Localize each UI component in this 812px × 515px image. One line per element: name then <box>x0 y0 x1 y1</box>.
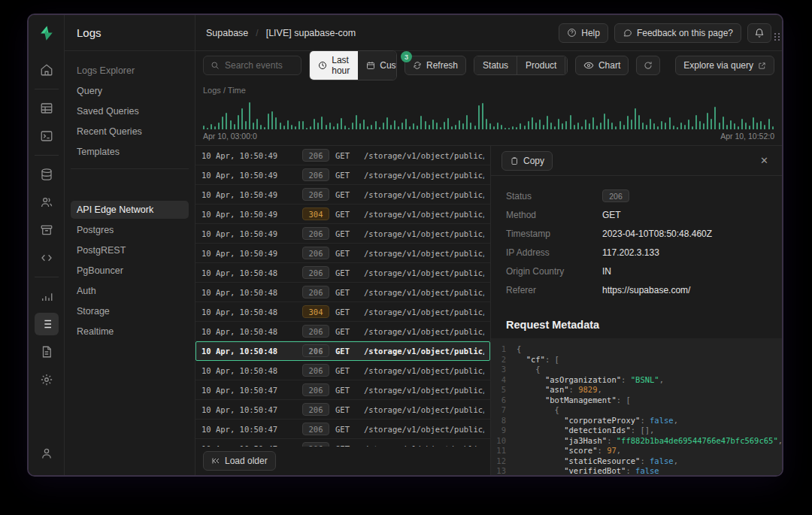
chart-bar <box>760 121 762 129</box>
chart-bar <box>550 123 552 129</box>
nav-item-postgres[interactable]: Postgres <box>71 221 189 239</box>
nav-item-pgbouncer[interactable]: PgBouncer <box>71 262 189 280</box>
supabase-logo[interactable] <box>29 15 65 51</box>
custom-range-button[interactable]: Custom <box>358 51 397 80</box>
chart-bar <box>429 125 430 129</box>
line-number: 9 <box>491 426 517 436</box>
code-token: { <box>517 405 559 414</box>
table-row[interactable]: 10 Apr, 10:50:49304GET/storage/v1/object… <box>195 204 490 224</box>
nav-item-realtime[interactable]: Realtime <box>71 323 189 341</box>
chart-bar <box>326 125 327 129</box>
sql-editor-icon[interactable] <box>35 125 59 147</box>
table-editor-icon[interactable] <box>35 97 59 120</box>
copy-button[interactable]: Copy <box>501 151 553 171</box>
chart-bar <box>577 123 579 129</box>
chart-bar <box>333 126 335 129</box>
logs-icon[interactable] <box>35 313 59 335</box>
filter-method-button[interactable]: Method <box>565 56 567 74</box>
axis-end-label: Apr 10, 10:52:0 <box>720 132 774 141</box>
chart-bar <box>596 126 598 129</box>
nav-item-recent-queries[interactable]: Recent Queries <box>71 123 189 141</box>
rail-divider <box>35 277 59 277</box>
table-row[interactable]: 10 Apr, 10:50:47206GET/storage/v1/object… <box>195 400 490 420</box>
filter-product-button[interactable]: Product <box>517 56 565 74</box>
nav-item-storage[interactable]: Storage <box>71 302 189 320</box>
code-token: { <box>517 365 541 374</box>
code-token <box>517 456 564 465</box>
table-row[interactable]: 10 Apr, 10:50:47206GET/storage/v1/object… <box>195 439 490 447</box>
chart-bar <box>650 119 651 129</box>
breadcrumb-org[interactable]: Supabase <box>206 28 248 38</box>
chart-bar <box>359 123 361 129</box>
chart-bar <box>230 120 232 129</box>
nav-item-api-edge-network[interactable]: API Edge Network <box>71 201 189 219</box>
nav-item-postgrest[interactable]: PostgREST <box>71 241 189 259</box>
feedback-button[interactable]: Feedback on this page? <box>614 23 741 43</box>
nav-item-logs-explorer[interactable]: Logs Explorer <box>71 62 189 80</box>
last-hour-button[interactable]: Last hour <box>310 51 358 80</box>
table-row[interactable]: 10 Apr, 10:50:48206GET/storage/v1/object… <box>195 283 490 302</box>
detail-field-value: IN <box>602 266 611 277</box>
table-row[interactable]: 10 Apr, 10:50:48206GET/storage/v1/object… <box>195 341 490 361</box>
nav-sources-group: API Edge NetworkPostgresPostgRESTPgBounc… <box>71 201 189 341</box>
chart-bar <box>344 126 346 129</box>
log-path: /storage/v1/object/public/videos/docs/fa… <box>364 405 484 414</box>
table-row[interactable]: 10 Apr, 10:50:48206GET/storage/v1/object… <box>195 361 490 380</box>
home-icon[interactable] <box>35 59 59 81</box>
table-row[interactable]: 10 Apr, 10:50:48206GET/storage/v1/object… <box>195 322 490 341</box>
chart-toggle-button[interactable]: Chart <box>575 56 629 75</box>
code-line: 8 "corporateProxy": false, <box>491 416 782 426</box>
chart-bar <box>726 125 728 129</box>
auth-users-icon[interactable] <box>35 191 59 214</box>
reports-icon[interactable] <box>35 285 59 307</box>
chart-bar <box>734 123 735 129</box>
line-number: 5 <box>491 385 517 395</box>
table-row[interactable]: 10 Apr, 10:50:49206GET/storage/v1/object… <box>195 146 490 165</box>
nav-item-auth[interactable]: Auth <box>71 282 189 300</box>
chart-bar <box>390 125 392 129</box>
log-path: /storage/v1/object/public/videos/docs/du… <box>364 386 484 395</box>
chart-bar <box>642 123 644 129</box>
table-row[interactable]: 10 Apr, 10:50:49206GET/storage/v1/object… <box>195 224 490 244</box>
nav-item-query[interactable]: Query <box>71 82 189 100</box>
line-number: 4 <box>491 375 517 386</box>
load-older-button[interactable]: Load older <box>203 451 276 471</box>
help-button[interactable]: Help <box>559 23 608 43</box>
search-events-box[interactable] <box>203 56 301 75</box>
nav-item-saved-queries[interactable]: Saved Queries <box>71 102 189 120</box>
chart-bar <box>264 127 265 129</box>
log-table-column: 10 Apr, 10:50:49206GET/storage/v1/object… <box>195 146 490 475</box>
window-drag-handle[interactable] <box>774 33 782 41</box>
code-token: false <box>650 416 674 425</box>
table-row[interactable]: 10 Apr, 10:50:47206GET/storage/v1/object… <box>195 420 490 439</box>
notifications-bell-button[interactable] <box>747 23 771 43</box>
table-row[interactable]: 10 Apr, 10:50:49206GET/storage/v1/object… <box>195 165 490 185</box>
settings-gear-icon[interactable] <box>35 368 59 391</box>
nav-item-templates[interactable]: Templates <box>71 143 189 161</box>
cycle-button[interactable] <box>636 56 660 75</box>
docs-icon[interactable] <box>35 341 59 363</box>
storage-icon[interactable] <box>35 219 59 241</box>
rail-divider <box>35 155 59 156</box>
table-row[interactable]: 10 Apr, 10:50:48304GET/storage/v1/object… <box>195 302 490 322</box>
table-row[interactable]: 10 Apr, 10:50:49206GET/storage/v1/object… <box>195 244 490 263</box>
breadcrumb-project[interactable]: [LIVE] supabase-com <box>266 28 356 38</box>
filter-status-button[interactable]: Status <box>474 56 517 74</box>
chart-bar <box>627 116 629 129</box>
search-input[interactable] <box>225 60 294 71</box>
table-row[interactable]: 10 Apr, 10:50:48206GET/storage/v1/object… <box>195 263 490 283</box>
close-icon[interactable]: ✕ <box>757 152 771 169</box>
database-icon[interactable] <box>35 163 59 186</box>
code-token: : <box>621 375 631 384</box>
explore-via-query-button[interactable]: Explore via query <box>675 56 774 75</box>
account-icon[interactable] <box>35 442 59 465</box>
edge-functions-icon[interactable] <box>35 247 59 269</box>
table-row[interactable]: 10 Apr, 10:50:47206GET/storage/v1/object… <box>195 380 490 400</box>
code-token: "BSNL" <box>631 375 659 384</box>
log-method: GET <box>335 171 358 180</box>
chart-bars[interactable] <box>203 101 774 129</box>
refresh-button[interactable]: Refresh <box>404 56 466 75</box>
table-row[interactable]: 10 Apr, 10:50:49206GET/storage/v1/object… <box>195 185 490 204</box>
line-number: 7 <box>491 405 517 416</box>
chart-bar <box>482 103 483 129</box>
